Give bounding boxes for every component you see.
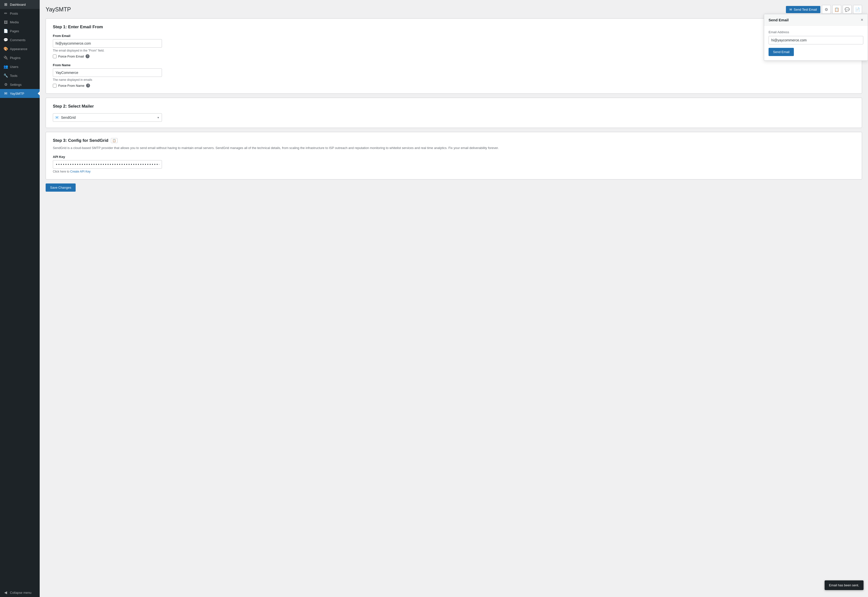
sidebar-item-label: Tools: [10, 74, 17, 77]
panel-header: Send Email ×: [764, 14, 868, 26]
step3-card: Step 3: Config for SendGrid 📋 SendGrid i…: [46, 132, 862, 180]
panel-body: Email Address Send Email: [764, 26, 868, 61]
appearance-icon: 🎨: [3, 47, 8, 51]
sidebar-item-settings[interactable]: ⚙ Settings: [0, 80, 40, 89]
step3-title-wrap: Step 3: Config for SendGrid 📋: [53, 138, 855, 143]
chat-icon: 💬: [845, 7, 850, 12]
from-name-label: From Name: [53, 63, 855, 67]
posts-icon: ✏: [3, 11, 8, 16]
from-name-input[interactable]: [53, 68, 162, 77]
pages-icon: 📄: [3, 29, 8, 33]
sidebar-item-label: Comments: [10, 38, 25, 42]
chat-button[interactable]: 💬: [843, 5, 852, 14]
doc-icon-button[interactable]: 📋: [111, 138, 117, 143]
comments-icon: 💬: [3, 38, 8, 42]
force-from-name-label: Force From Name: [58, 84, 84, 88]
api-key-label: API Key: [53, 155, 855, 159]
send-email-button[interactable]: Send Email: [768, 48, 794, 56]
panel-close-button[interactable]: ×: [861, 18, 863, 22]
sidebar-item-media[interactable]: 🖼 Media: [0, 18, 40, 27]
api-key-group: API Key Click here to Create API Key: [53, 155, 855, 173]
sidebar-item-label: Posts: [10, 12, 18, 15]
save-changes-button[interactable]: Save Changes: [46, 183, 76, 192]
sidebar-item-label: Plugins: [10, 56, 21, 60]
step2-title: Step 2: Select Mailer: [53, 104, 855, 109]
step3-title-text: Step 3: Config for SendGrid: [53, 138, 109, 143]
sidebar-item-tools[interactable]: 🔧 Tools: [0, 71, 40, 80]
tools-icon: 🔧: [3, 73, 8, 78]
send-test-label: Send Test Email: [794, 8, 817, 11]
step3-description: SendGrid is a cloud-based SMTP provider …: [53, 146, 855, 150]
sidebar-item-plugins[interactable]: 🔌 Plugins: [0, 53, 40, 62]
sidebar-collapse-label: Collapse menu: [10, 591, 31, 594]
force-from-name-row: Force From Name ?: [53, 83, 855, 88]
toast-notification: Email has been sent.: [825, 581, 864, 590]
sidebar-item-label: Dashboard: [10, 3, 26, 6]
create-api-key-link[interactable]: Create API Key: [70, 170, 91, 173]
from-email-group: From Email The email displayed in the "F…: [53, 34, 855, 58]
api-key-input[interactable]: [53, 160, 162, 169]
log-icon: 📋: [834, 7, 839, 12]
collapse-icon: ◀: [3, 590, 8, 595]
mailer-sendgrid-icon: 📧: [55, 116, 59, 119]
panel-title: Send Email: [768, 18, 789, 22]
step1-title: Step 1: Enter Email From: [53, 25, 855, 30]
header-actions: ✉ Send Test Email ⚙ 📋 💬 📄: [786, 5, 862, 14]
sidebar-item-comments[interactable]: 💬 Comments: [0, 36, 40, 45]
page-title: YaySMTP: [46, 6, 71, 13]
force-from-email-label: Force From Email: [58, 55, 84, 58]
sidebar-item-label: YaySMTP: [10, 92, 24, 95]
sidebar-item-label: Media: [10, 20, 19, 24]
settings-icon: ⚙: [3, 82, 8, 87]
email-log-button[interactable]: 📋: [832, 5, 841, 14]
sidebar: ⊞ Dashboard ✏ Posts 🖼 Media 📄 Pages 💬 Co…: [0, 0, 40, 597]
sidebar-item-label: Settings: [10, 83, 22, 86]
yaysmtp-icon: ✉: [3, 91, 8, 96]
toast-message: Email has been sent.: [829, 584, 859, 587]
force-from-email-row: Force From Email ?: [53, 54, 855, 58]
users-icon: 👥: [3, 64, 8, 69]
force-from-email-checkbox[interactable]: [53, 55, 56, 58]
email-address-input[interactable]: [768, 36, 863, 45]
step2-card: Step 2: Select Mailer 📧 SendGrid ▼: [46, 98, 862, 128]
sidebar-item-users[interactable]: 👥 Users: [0, 62, 40, 71]
sidebar-item-appearance[interactable]: 🎨 Appearance: [0, 45, 40, 53]
force-from-email-help-icon[interactable]: ?: [86, 54, 89, 58]
from-email-input[interactable]: [53, 39, 162, 48]
from-name-group: From Name The name displayed in emails F…: [53, 63, 855, 88]
from-email-hint: The email displayed in the "From" field.: [53, 49, 855, 52]
step1-card: Step 1: Enter Email From From Email The …: [46, 18, 862, 94]
document-icon: 📄: [855, 7, 860, 12]
media-icon: 🖼: [3, 20, 8, 24]
mailer-select-wrap: 📧 SendGrid ▼: [53, 113, 162, 122]
document-button[interactable]: 📄: [853, 5, 862, 14]
main-content: YaySMTP ✉ Send Test Email ⚙ 📋 💬 📄 Step 1…: [40, 0, 868, 597]
from-email-label: From Email: [53, 34, 855, 38]
api-key-hint: Click here to Create API Key: [53, 170, 855, 173]
send-email-panel: Send Email × Email Address Send Email: [764, 14, 868, 61]
settings-gear-button[interactable]: ⚙: [822, 5, 831, 14]
sidebar-item-dashboard[interactable]: ⊞ Dashboard: [0, 0, 40, 9]
plugins-icon: 🔌: [3, 55, 8, 60]
force-from-name-help-icon[interactable]: ?: [86, 83, 90, 88]
envelope-icon: ✉: [789, 8, 792, 11]
sidebar-item-pages[interactable]: 📄 Pages: [0, 27, 40, 36]
from-name-hint: The name displayed in emails: [53, 78, 855, 82]
mailer-select[interactable]: SendGrid: [53, 113, 162, 122]
sidebar-item-posts[interactable]: ✏ Posts: [0, 9, 40, 18]
sidebar-item-label: Users: [10, 65, 18, 69]
send-test-email-button[interactable]: ✉ Send Test Email: [786, 6, 820, 13]
api-hint-pre: Click here to: [53, 170, 70, 173]
gear-icon: ⚙: [825, 7, 828, 12]
sidebar-item-label: Pages: [10, 29, 19, 33]
dashboard-icon: ⊞: [3, 2, 8, 7]
sidebar-item-yaysmtp[interactable]: ✉ YaySMTP: [0, 89, 40, 98]
page-header: YaySMTP ✉ Send Test Email ⚙ 📋 💬 📄: [46, 5, 862, 14]
sidebar-item-collapse[interactable]: ◀ Collapse menu: [0, 588, 40, 597]
sidebar-item-label: Appearance: [10, 47, 27, 51]
email-address-label: Email Address: [768, 30, 863, 34]
force-from-name-checkbox[interactable]: [53, 84, 56, 88]
